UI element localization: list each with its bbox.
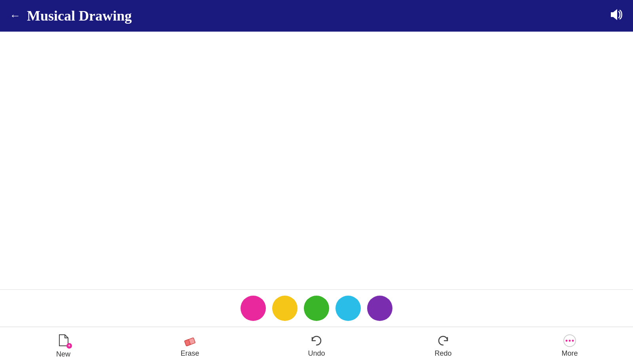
svg-point-6 xyxy=(572,340,574,342)
new-label: New xyxy=(56,350,70,358)
color-cyan[interactable] xyxy=(335,296,361,321)
app-header: ← Musical Drawing xyxy=(0,0,633,32)
svg-marker-0 xyxy=(611,9,617,20)
color-picker xyxy=(0,290,633,327)
volume-icon xyxy=(609,8,624,22)
undo-label: Undo xyxy=(308,349,325,358)
color-pink[interactable] xyxy=(241,296,266,321)
new-icon-wrapper: + xyxy=(56,333,70,349)
redo-button[interactable]: Redo xyxy=(411,330,475,361)
svg-point-5 xyxy=(569,340,571,342)
erase-label: Erase xyxy=(180,349,199,358)
drawing-canvas[interactable] xyxy=(0,32,633,290)
color-purple[interactable] xyxy=(367,296,392,321)
svg-point-4 xyxy=(566,340,568,342)
color-yellow[interactable] xyxy=(272,296,298,321)
back-button[interactable]: ← xyxy=(9,10,21,21)
app-title: Musical Drawing xyxy=(27,8,609,24)
color-green[interactable] xyxy=(304,296,329,321)
new-badge: + xyxy=(66,343,72,349)
volume-button[interactable] xyxy=(609,8,624,25)
undo-icon xyxy=(309,334,324,348)
new-button[interactable]: + New xyxy=(32,330,95,362)
more-icon xyxy=(563,334,577,348)
redo-label: Redo xyxy=(434,349,451,358)
eraser-icon xyxy=(183,334,197,348)
more-label: More xyxy=(561,349,578,358)
redo-icon xyxy=(436,334,450,348)
undo-button[interactable]: Undo xyxy=(285,330,348,361)
erase-button[interactable]: Erase xyxy=(158,330,222,361)
bottom-toolbar: + New Erase Undo Redo Mor xyxy=(0,327,633,364)
more-button[interactable]: More xyxy=(538,330,601,361)
